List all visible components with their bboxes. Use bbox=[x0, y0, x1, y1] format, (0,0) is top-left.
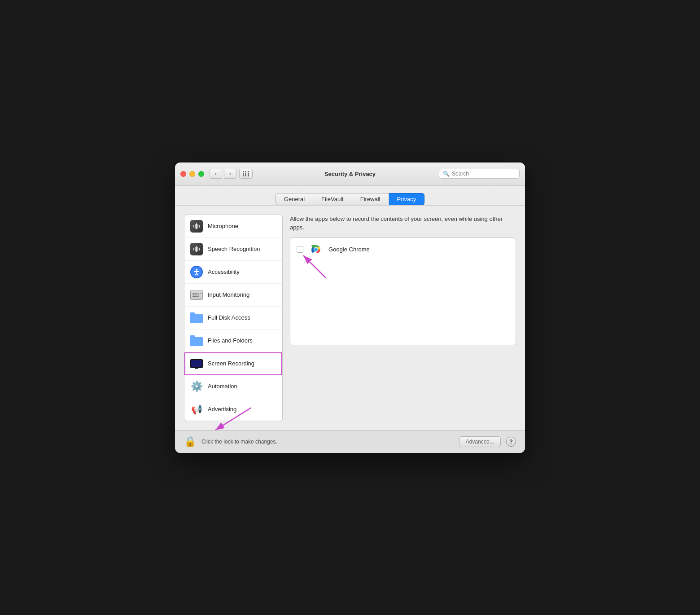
lock-text: Click the lock to make changes. bbox=[201, 439, 454, 445]
nav-buttons: ‹ › bbox=[210, 169, 236, 179]
input-monitoring-label: Input Monitoring bbox=[208, 291, 249, 298]
microphone-icon bbox=[190, 220, 203, 233]
svg-point-0 bbox=[196, 269, 197, 271]
sidebar-item-microphone[interactable]: Microphone bbox=[184, 215, 282, 238]
search-icon: 🔍 bbox=[443, 171, 450, 177]
search-bar[interactable]: 🔍 bbox=[439, 169, 520, 179]
svg-line-4 bbox=[197, 273, 198, 275]
system-preferences-window: ‹ › Security & Privacy 🔍 General FileVau… bbox=[175, 163, 525, 453]
advanced-button[interactable]: Advanced... bbox=[459, 436, 501, 447]
sidebar-item-input-monitoring[interactable]: Input Monitoring bbox=[184, 284, 282, 307]
app-item-chrome: Google Chrome bbox=[290, 238, 516, 261]
help-button[interactable]: ? bbox=[506, 437, 516, 447]
screen-recording-label: Screen Recording bbox=[208, 360, 254, 367]
description-text: Allow the apps below to record the conte… bbox=[290, 215, 516, 232]
minimize-button[interactable] bbox=[189, 171, 195, 177]
sidebar-item-screen-recording[interactable]: Screen Recording bbox=[184, 352, 282, 375]
sidebar-item-files-folders[interactable]: Files and Folders bbox=[184, 329, 282, 352]
grid-button[interactable] bbox=[239, 169, 253, 179]
main-content: Microphone Speech Recognition bbox=[175, 206, 525, 430]
window-title: Security & Privacy bbox=[324, 171, 376, 177]
right-panel: Allow the apps below to record the conte… bbox=[290, 215, 516, 421]
tab-privacy[interactable]: Privacy bbox=[389, 193, 425, 205]
sidebar-item-full-disk-access[interactable]: Full Disk Access bbox=[184, 307, 282, 329]
full-disk-access-icon bbox=[190, 311, 203, 325]
apps-list: Google Chrome bbox=[290, 237, 516, 345]
svg-point-7 bbox=[314, 248, 318, 251]
speech-recognition-icon bbox=[190, 242, 203, 256]
files-folders-label: Files and Folders bbox=[208, 337, 253, 344]
chrome-checkbox[interactable] bbox=[297, 246, 303, 253]
traffic-lights bbox=[180, 171, 204, 177]
chrome-app-name: Google Chrome bbox=[328, 246, 370, 253]
tab-firewall[interactable]: Firewall bbox=[352, 193, 389, 205]
automation-icon: ⚙️ bbox=[190, 380, 203, 393]
forward-button[interactable]: › bbox=[224, 169, 236, 179]
titlebar: ‹ › Security & Privacy 🔍 bbox=[175, 163, 525, 186]
grid-icon bbox=[243, 171, 249, 176]
files-folders-icon bbox=[190, 334, 203, 347]
sidebar-item-speech[interactable]: Speech Recognition bbox=[184, 238, 282, 261]
sidebar: Microphone Speech Recognition bbox=[184, 215, 283, 421]
speech-label: Speech Recognition bbox=[208, 246, 260, 252]
back-button[interactable]: ‹ bbox=[210, 169, 222, 179]
close-button[interactable] bbox=[180, 171, 186, 177]
sidebar-item-automation[interactable]: ⚙️ Automation bbox=[184, 375, 282, 398]
bottom-bar: 🔒 Click the lock to make changes. Advanc… bbox=[175, 430, 525, 453]
full-disk-label: Full Disk Access bbox=[208, 314, 250, 321]
accessibility-icon bbox=[190, 265, 203, 279]
accessibility-label: Accessibility bbox=[208, 268, 240, 275]
tab-filevault[interactable]: FileVault bbox=[313, 193, 352, 205]
microphone-label: Microphone bbox=[208, 223, 238, 229]
chrome-icon bbox=[309, 242, 323, 257]
screen-recording-icon bbox=[190, 357, 203, 370]
search-input[interactable] bbox=[452, 171, 516, 177]
automation-label: Automation bbox=[208, 383, 237, 390]
advertising-icon: 📢 bbox=[190, 403, 203, 416]
input-monitoring-icon bbox=[190, 288, 203, 302]
advertising-label: Advertising bbox=[208, 406, 236, 413]
tab-bar: General FileVault Firewall Privacy bbox=[175, 186, 525, 206]
sidebar-item-advertising[interactable]: 📢 Advertising bbox=[184, 398, 282, 421]
tab-general[interactable]: General bbox=[276, 193, 313, 205]
lock-icon[interactable]: 🔒 bbox=[184, 436, 196, 448]
sidebar-item-accessibility[interactable]: Accessibility bbox=[184, 261, 282, 284]
fullscreen-button[interactable] bbox=[198, 171, 204, 177]
